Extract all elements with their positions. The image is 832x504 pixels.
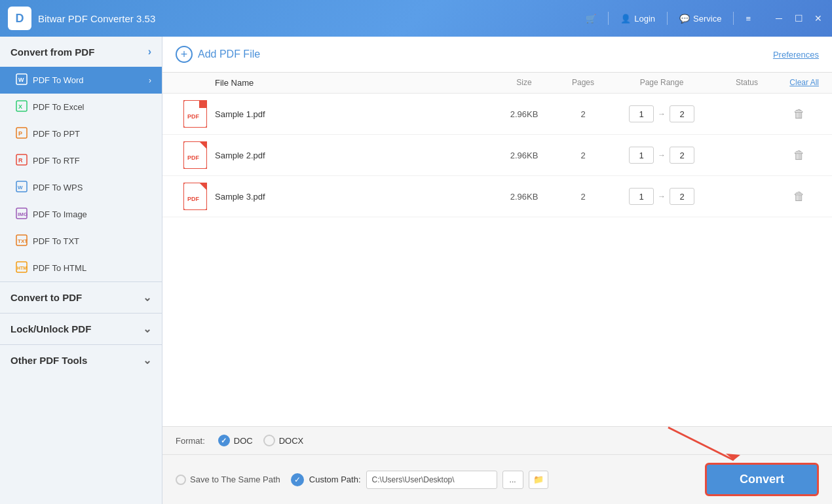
bottom-bar: Format: DOC DOCX [162,426,832,504]
person-icon: 👤 [620,14,631,24]
custom-path-check-icon: ✓ [291,473,304,486]
app-logo: D [8,7,31,30]
sidebar-item-pdf-to-word[interactable]: W PDF To Word › [0,67,162,94]
menu-button[interactable]: ≡ [746,14,751,24]
lock-unlock-section[interactable]: Lock/Unlock PDF ⌄ [0,313,162,344]
service-button[interactable]: 💬 Service [679,14,721,24]
pdf-file-icon: PDF [183,100,207,128]
sidebar-item-list: W PDF To Word › X PDF To Excel P PDF To … [0,67,162,281]
doc-radio-circle[interactable] [218,435,230,446]
header-size: Size [491,78,557,88]
format-docx-option[interactable]: DOCX [263,435,304,446]
cart-button[interactable]: 🛒 [586,14,596,24]
delete-row-button[interactable]: 🗑 [780,190,819,204]
header-pages: Pages [557,78,609,88]
divider-1 [608,12,609,25]
row-range: → [609,105,714,122]
range-to-input[interactable] [670,105,694,122]
txt-icon: TXT [16,234,28,248]
docx-radio-circle[interactable] [263,435,275,446]
svg-text:TXT: TXT [18,238,28,244]
row-pages: 2 [557,109,609,119]
table-header: File Name Size Pages Page Range Status C… [162,73,832,94]
svg-text:R: R [18,157,23,164]
format-doc-option[interactable]: DOC [218,435,253,446]
rtf-icon: R [16,154,28,168]
ppt-icon: P [16,127,28,141]
divider-2 [667,12,668,25]
convert-from-pdf-label: Convert from PDF [10,46,94,58]
window-controls: ─ ☐ ✕ [773,12,824,24]
arrow-icon: › [149,76,151,85]
custom-path-section: ✓ Custom Path: ... 📁 [291,471,548,489]
range-from-input[interactable] [629,105,654,122]
row-icon-col: PDF [176,141,215,169]
hamburger-icon: ≡ [746,14,751,24]
wps-icon: W [16,181,28,194]
svg-text:P: P [18,130,22,137]
clear-all-button[interactable]: Clear All [780,78,819,88]
pdf-file-icon: PDF [183,183,207,210]
custom-path-label: Custom Path: [309,475,361,484]
convert-to-pdf-label: Convert to PDF [10,292,82,303]
delete-row-button[interactable]: 🗑 [780,149,819,162]
delete-row-button[interactable]: 🗑 [780,107,819,121]
row-pages: 2 [557,151,609,160]
svg-line-26 [668,427,734,460]
format-label: Format: [176,436,205,446]
row-size: 2.96KB [491,151,557,160]
save-same-path-radio[interactable] [176,475,186,485]
row-icon-col: PDF [176,100,215,128]
path-browse-button[interactable]: ... [502,471,523,489]
range-to-input[interactable] [670,188,694,205]
chevron-down-icon-2: ⌄ [143,323,151,335]
login-button[interactable]: 👤 Login [620,14,655,24]
cart-icon: 🛒 [586,14,596,24]
close-button[interactable]: ✕ [812,12,824,24]
range-arrow-icon: → [658,109,666,118]
table-row: PDF Sample 1.pdf 2.96KB 2 → 🗑 [162,94,832,135]
format-radio-group: DOC DOCX [218,435,303,446]
save-same-path-label: Save to The Same Path [190,475,280,484]
svg-text:PDF: PDF [187,196,200,202]
pdf-file-icon: PDF [183,141,207,169]
sidebar-item-pdf-to-html[interactable]: HTML PDF To HTML [0,255,162,281]
range-from-input[interactable] [629,147,654,164]
svg-text:W: W [18,185,23,190]
path-folder-button[interactable]: 📁 [529,471,548,489]
sidebar-item-pdf-to-rtf[interactable]: R PDF To RTF [0,147,162,174]
save-same-path-option[interactable]: Save to The Same Path [176,475,280,485]
range-from-input[interactable] [629,188,654,205]
sidebar-item-pdf-to-image[interactable]: IMG PDF To Image [0,201,162,228]
range-to-input[interactable] [670,147,694,164]
sidebar-item-pdf-to-ppt[interactable]: P PDF To PPT [0,120,162,147]
row-icon-col: PDF [176,183,215,210]
title-bar: D Bitwar PDF Converter 3.53 🛒 👤 Login 💬 … [0,0,832,37]
chat-icon: 💬 [679,14,690,24]
svg-text:IMG: IMG [18,211,28,217]
trash-icon: 🗑 [793,190,805,204]
sidebar-item-pdf-to-txt[interactable]: TXT PDF To TXT [0,228,162,255]
image-icon: IMG [16,207,28,221]
minimize-button[interactable]: ─ [773,12,785,24]
html-icon: HTML [16,261,28,275]
excel-icon: X [16,100,28,114]
maximize-button[interactable]: ☐ [793,12,804,24]
row-size: 2.96KB [491,109,557,119]
svg-text:PDF: PDF [187,154,200,161]
row-filename: Sample 3.pdf [215,192,491,202]
sidebar-item-pdf-to-excel[interactable]: X PDF To Excel [0,94,162,120]
sidebar-item-pdf-to-wps[interactable]: W PDF To WPS [0,174,162,201]
convert-to-pdf-section[interactable]: Convert to PDF ⌄ [0,281,162,313]
app-title: Bitwar PDF Converter 3.53 [38,13,586,24]
trash-icon: 🗑 [793,107,805,121]
format-row: Format: DOC DOCX [162,427,832,455]
svg-text:X: X [18,103,22,110]
folder-icon: 📁 [533,475,544,484]
add-pdf-button[interactable]: + Add PDF File [176,46,260,63]
custom-path-input[interactable] [366,471,497,489]
titlebar-actions: 🛒 👤 Login 💬 Service ≡ ─ ☐ ✕ [586,12,824,25]
preferences-link[interactable]: Preferences [773,50,819,60]
convert-from-pdf-section[interactable]: Convert from PDF › [0,37,162,67]
other-tools-section[interactable]: Other PDF Tools ⌄ [0,344,162,376]
